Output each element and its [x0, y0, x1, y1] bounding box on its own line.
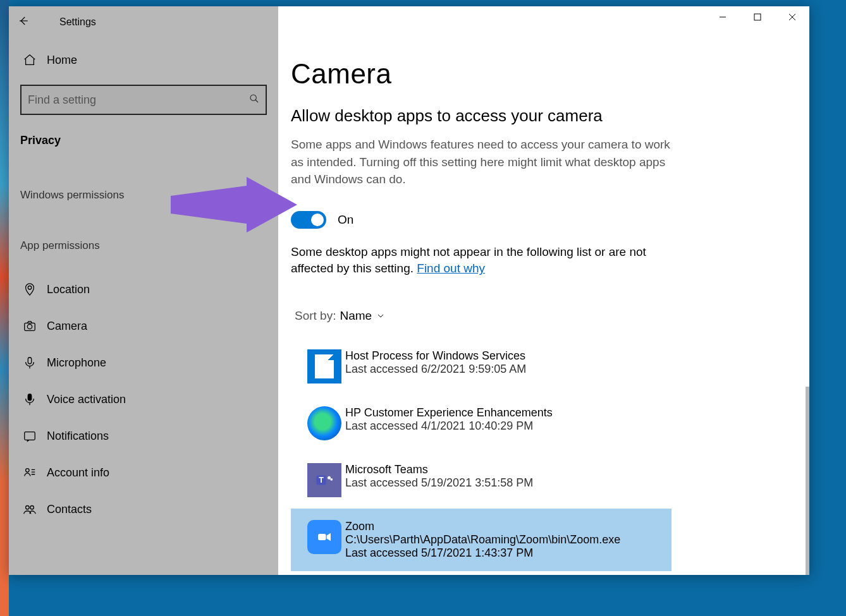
location-icon: [20, 282, 39, 296]
svg-rect-0: [754, 14, 761, 20]
sidebar-item-microphone[interactable]: Microphone: [20, 344, 267, 381]
sidebar-item-location[interactable]: Location: [20, 271, 267, 308]
allow-desktop-apps-toggle[interactable]: [291, 211, 326, 229]
section-description: Some apps and Windows features need to a…: [291, 136, 670, 188]
app-name: Zoom: [345, 520, 620, 533]
search-box[interactable]: [20, 85, 267, 115]
sidebar-item-label: Contacts: [47, 503, 92, 516]
sort-label: Sort by:: [295, 309, 336, 323]
back-button[interactable]: [9, 6, 38, 35]
sidebar-item-label: Notifications: [47, 430, 109, 443]
svg-point-14: [330, 478, 333, 481]
sidebar-item-contacts[interactable]: Contacts: [20, 491, 267, 528]
svg-rect-15: [318, 534, 326, 540]
app-info: Microsoft TeamsLast accessed 5/19/2021 3…: [345, 463, 533, 490]
note-text: Some desktop apps might not appear in th…: [291, 244, 670, 277]
zoom-icon: [307, 520, 341, 554]
svg-rect-6: [28, 394, 32, 401]
doc-icon: [307, 349, 341, 383]
sidebar-home-label: Home: [47, 54, 77, 67]
group-windows-permissions: Windows permissions: [20, 170, 267, 220]
sidebar-item-account-info[interactable]: Account info: [20, 454, 267, 491]
group-app-permissions: App permissions: [20, 220, 267, 271]
app-info: HP Customer Experience EnhancementsLast …: [345, 406, 553, 433]
svg-point-9: [26, 506, 30, 510]
sort-value: Name: [340, 309, 372, 323]
search-icon: [249, 94, 259, 106]
sort-control[interactable]: Sort by: Name: [295, 309, 784, 323]
chevron-down-icon: [376, 311, 386, 321]
account-info-icon: [20, 466, 39, 480]
sidebar-home[interactable]: Home: [20, 43, 267, 77]
app-item[interactable]: Host Process for Windows ServicesLast ac…: [291, 338, 671, 395]
app-name: HP Customer Experience Enhancements: [345, 406, 553, 420]
app-list: Host Process for Windows ServicesLast ac…: [291, 338, 784, 571]
sidebar-item-label: Location: [47, 283, 90, 296]
maximize-icon: [754, 13, 761, 21]
window-title: Settings: [38, 6, 96, 28]
sidebar-item-label: Camera: [47, 320, 87, 333]
svg-text:T: T: [319, 476, 324, 485]
app-item[interactable]: HP Customer Experience EnhancementsLast …: [291, 395, 671, 452]
app-item[interactable]: ZoomC:\Users\Parth\AppData\Roaming\Zoom\…: [291, 509, 671, 571]
voice-activation-icon: [20, 392, 39, 406]
minimize-icon: [719, 13, 726, 21]
app-last-accessed: Last accessed 5/19/2021 3:51:58 PM: [345, 476, 533, 490]
desktop-background-sliver: [0, 0, 9, 616]
svg-point-13: [328, 476, 331, 480]
app-last-accessed: Last accessed 5/17/2021 1:43:37 PM: [345, 547, 620, 560]
svg-point-4: [27, 324, 32, 329]
sidebar-item-label: Voice activation: [47, 393, 126, 406]
titlebar: Settings: [9, 6, 809, 35]
sidebar-item-label: Account info: [47, 466, 109, 480]
scrollbar-thumb[interactable]: [806, 387, 809, 575]
toggle-state-label: On: [338, 213, 353, 227]
svg-point-8: [26, 469, 30, 473]
app-item[interactable]: TMicrosoft TeamsLast accessed 5/19/2021 …: [291, 452, 671, 509]
app-info: Host Process for Windows ServicesLast ac…: [345, 349, 526, 376]
find-out-why-link[interactable]: Find out why: [417, 262, 485, 275]
main-content: Camera Allow desktop apps to access your…: [278, 35, 809, 575]
toggle-knob: [311, 214, 324, 226]
notifications-icon: [20, 429, 39, 443]
arrow-left-icon: [18, 15, 29, 27]
page-title: Camera: [291, 58, 784, 90]
search-input[interactable]: [28, 94, 249, 107]
sidebar-item-label: Microphone: [47, 356, 106, 370]
sidebar-item-camera[interactable]: Camera: [20, 308, 267, 344]
sidebar: Home Privacy Windows permissions App per…: [9, 35, 278, 575]
sidebar-category: Privacy: [20, 125, 267, 170]
maximize-button[interactable]: [740, 6, 775, 28]
app-path: C:\Users\Parth\AppData\Roaming\Zoom\bin\…: [345, 533, 620, 547]
camera-icon: [20, 319, 39, 333]
sidebar-item-notifications[interactable]: Notifications: [20, 418, 267, 454]
minimize-button[interactable]: [705, 6, 740, 28]
app-info: ZoomC:\Users\Parth\AppData\Roaming\Zoom\…: [345, 520, 620, 560]
app-name: Microsoft Teams: [345, 463, 533, 476]
app-name: Host Process for Windows Services: [345, 349, 526, 363]
home-icon: [20, 53, 39, 67]
close-button[interactable]: [775, 6, 809, 28]
settings-window: Settings Home: [9, 6, 809, 575]
svg-rect-7: [25, 432, 35, 440]
edge-icon: [307, 406, 341, 440]
section-title: Allow desktop apps to access your camera: [291, 106, 784, 126]
svg-rect-5: [28, 358, 32, 364]
microphone-icon: [20, 356, 39, 370]
sidebar-item-voice-activation[interactable]: Voice activation: [20, 381, 267, 418]
app-last-accessed: Last accessed 4/1/2021 10:40:29 PM: [345, 420, 553, 433]
teams-icon: T: [307, 463, 341, 497]
close-icon: [788, 13, 796, 21]
svg-point-10: [30, 506, 34, 510]
contacts-icon: [20, 502, 39, 516]
svg-point-2: [28, 286, 32, 290]
app-last-accessed: Last accessed 6/2/2021 9:59:05 AM: [345, 363, 526, 376]
svg-point-1: [250, 95, 256, 100]
